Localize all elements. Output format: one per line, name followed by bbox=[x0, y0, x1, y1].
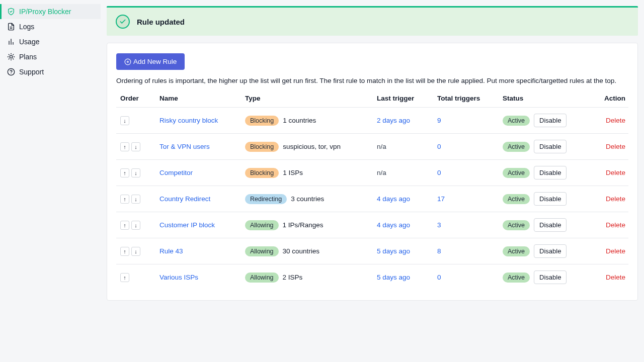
col-order: Order bbox=[116, 89, 155, 108]
disable-button[interactable]: Disable bbox=[534, 166, 567, 179]
rules-card: Add New Rule Ordering of rules is import… bbox=[107, 43, 638, 301]
rule-name-link[interactable]: Country Redirect bbox=[159, 195, 210, 203]
sidebar-item-plans[interactable]: Plans bbox=[0, 49, 101, 64]
move-down-button[interactable]: ↓ bbox=[131, 195, 140, 204]
type-badge: Allowing bbox=[245, 246, 279, 256]
type-detail: 1 countries bbox=[283, 117, 316, 124]
sidebar-item-support[interactable]: Support bbox=[0, 64, 101, 79]
col-type: Type bbox=[241, 89, 373, 108]
last-trigger[interactable]: 2 days ago bbox=[377, 117, 410, 124]
type-detail: 1 ISPs bbox=[283, 169, 303, 176]
svg-line-12 bbox=[9, 59, 9, 59]
move-down-button[interactable]: ↓ bbox=[131, 168, 140, 177]
disable-button[interactable]: Disable bbox=[534, 140, 567, 153]
status-badge: Active bbox=[503, 142, 530, 152]
disable-button[interactable]: Disable bbox=[534, 192, 567, 206]
last-trigger[interactable]: 4 days ago bbox=[377, 195, 410, 203]
rule-name-link[interactable]: Tor & VPN users bbox=[159, 143, 210, 150]
disable-button[interactable]: Disable bbox=[534, 270, 567, 284]
sun-icon bbox=[7, 53, 15, 61]
rule-name-link[interactable]: Risky country block bbox=[159, 117, 218, 124]
help-icon bbox=[7, 68, 15, 76]
sidebar-item-label: Usage bbox=[19, 38, 39, 46]
table-row: ↑↓CompetitorBlocking1 ISPsn/a0ActiveDisa… bbox=[116, 160, 628, 186]
type-badge: Allowing bbox=[245, 220, 279, 230]
col-status: Status bbox=[499, 89, 584, 108]
move-up-button[interactable]: ↑ bbox=[120, 168, 129, 177]
disable-button[interactable]: Disable bbox=[534, 244, 567, 258]
total-triggers-link[interactable]: 9 bbox=[437, 117, 441, 124]
status-badge: Active bbox=[503, 116, 530, 126]
sidebar-item-label: IP/Proxy Blocker bbox=[19, 8, 71, 16]
svg-line-13 bbox=[13, 54, 14, 55]
rule-name-link[interactable]: Rule 43 bbox=[159, 247, 183, 255]
type-badge: Blocking bbox=[245, 168, 279, 178]
col-action: Action bbox=[584, 89, 628, 108]
help-text: Ordering of rules is important, the high… bbox=[116, 77, 628, 84]
delete-link[interactable]: Delete bbox=[606, 247, 625, 255]
delete-link[interactable]: Delete bbox=[606, 169, 625, 176]
col-total-triggers: Total triggers bbox=[433, 89, 499, 108]
move-up-button[interactable]: ↑ bbox=[120, 273, 129, 282]
move-up-button[interactable]: ↑ bbox=[120, 247, 129, 256]
sidebar-item-usage[interactable]: Usage bbox=[0, 34, 101, 49]
table-row: ↑↓Customer IP blockAllowing1 IPs/Ranges4… bbox=[116, 212, 628, 238]
move-down-button[interactable]: ↓ bbox=[131, 142, 140, 151]
total-triggers-link[interactable]: 0 bbox=[437, 143, 441, 150]
move-down-button[interactable]: ↓ bbox=[131, 247, 140, 256]
delete-link[interactable]: Delete bbox=[606, 274, 625, 281]
plus-circle-icon bbox=[124, 58, 131, 65]
table-row: ↑Various ISPsAllowing2 ISPs5 days ago0Ac… bbox=[116, 264, 628, 291]
move-up-button[interactable]: ↑ bbox=[120, 142, 129, 151]
delete-link[interactable]: Delete bbox=[606, 117, 625, 124]
add-rule-button[interactable]: Add New Rule bbox=[116, 53, 185, 70]
total-triggers-link[interactable]: 3 bbox=[437, 221, 441, 229]
col-name: Name bbox=[155, 89, 241, 108]
last-trigger[interactable]: 5 days ago bbox=[377, 274, 410, 281]
total-triggers-link[interactable]: 0 bbox=[437, 274, 441, 281]
total-triggers-link[interactable]: 0 bbox=[437, 169, 441, 176]
delete-link[interactable]: Delete bbox=[606, 195, 625, 203]
status-badge: Active bbox=[503, 273, 530, 283]
type-detail: 3 countries bbox=[291, 195, 324, 203]
svg-line-9 bbox=[13, 59, 14, 59]
bars-icon bbox=[7, 38, 15, 46]
type-badge: Allowing bbox=[245, 273, 279, 283]
move-up-button[interactable]: ↑ bbox=[120, 221, 129, 230]
type-badge: Blocking bbox=[245, 142, 279, 152]
last-trigger: n/a bbox=[377, 169, 386, 176]
move-down-button[interactable]: ↓ bbox=[120, 116, 129, 125]
add-rule-label: Add New Rule bbox=[133, 58, 177, 65]
total-triggers-link[interactable]: 17 bbox=[437, 195, 445, 203]
last-trigger[interactable]: 5 days ago bbox=[377, 247, 410, 255]
status-badge: Active bbox=[503, 194, 530, 204]
table-row: ↓Risky country blockBlocking1 countries2… bbox=[116, 108, 628, 134]
status-badge: Active bbox=[503, 168, 530, 178]
move-up-button[interactable]: ↑ bbox=[120, 195, 129, 204]
table-row: ↑↓Tor & VPN usersBlockingsuspicious, tor… bbox=[116, 134, 628, 160]
status-badge: Active bbox=[503, 220, 530, 230]
last-trigger[interactable]: 4 days ago bbox=[377, 221, 410, 229]
type-badge: Blocking bbox=[245, 116, 279, 126]
disable-button[interactable]: Disable bbox=[534, 218, 567, 232]
sidebar-item-label: Logs bbox=[19, 23, 34, 31]
total-triggers-link[interactable]: 8 bbox=[437, 247, 441, 255]
shield-icon bbox=[7, 8, 15, 16]
move-down-button[interactable]: ↓ bbox=[131, 221, 140, 230]
last-trigger: n/a bbox=[377, 143, 386, 150]
delete-link[interactable]: Delete bbox=[606, 221, 625, 229]
main-content: Rule updated Add New Rule Ordering of ru… bbox=[101, 0, 644, 362]
rule-name-link[interactable]: Customer IP block bbox=[159, 221, 215, 229]
sidebar-item-ip-proxy-blocker[interactable]: IP/Proxy Blocker bbox=[0, 4, 101, 19]
disable-button[interactable]: Disable bbox=[534, 114, 567, 127]
delete-link[interactable]: Delete bbox=[606, 143, 625, 150]
sidebar-item-logs[interactable]: Logs bbox=[0, 19, 101, 34]
type-detail: suspicious, tor, vpn bbox=[283, 143, 341, 150]
alert-title: Rule updated bbox=[137, 18, 185, 26]
success-alert: Rule updated bbox=[107, 6, 638, 36]
sidebar-item-label: Support bbox=[19, 68, 44, 76]
svg-point-5 bbox=[10, 55, 12, 58]
rule-name-link[interactable]: Competitor bbox=[159, 169, 193, 176]
table-row: ↑↓Country RedirectRedirecting3 countries… bbox=[116, 186, 628, 212]
rule-name-link[interactable]: Various ISPs bbox=[159, 274, 198, 281]
